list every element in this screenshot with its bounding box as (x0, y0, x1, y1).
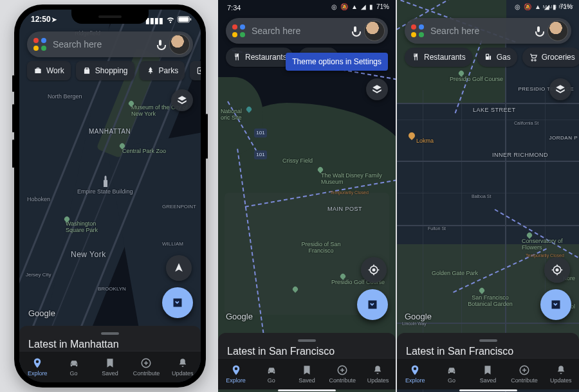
bottom-sheet[interactable]: Latest in San Francisco (397, 333, 579, 359)
tab-saved[interactable]: Saved (92, 352, 128, 382)
dnd-icon: 🔕 (524, 3, 531, 10)
tab-contribute[interactable]: Contribute (325, 359, 360, 389)
pin-icon (32, 357, 43, 369)
mic-icon[interactable] (349, 25, 361, 37)
tab-explore[interactable]: Explore (19, 352, 55, 382)
search-bar[interactable]: Search here (405, 18, 571, 44)
esb-icon (100, 168, 111, 187)
pin-icon (409, 364, 421, 376)
tab-go[interactable]: Go (434, 359, 470, 389)
my-location-button[interactable] (361, 257, 387, 283)
recenter-button[interactable] (166, 255, 192, 281)
map-label: Conservatory of Flowers (522, 238, 573, 251)
my-location-button[interactable] (544, 257, 570, 283)
chip-restaurants[interactable]: Restaurants (405, 48, 472, 67)
tab-saved[interactable]: Saved (470, 359, 506, 389)
chip-restaurants[interactable]: Restaurants (226, 48, 293, 67)
tab-updates[interactable]: Updates (360, 359, 396, 389)
home-indicator[interactable] (278, 389, 336, 391)
chip-parks[interactable]: Parks (140, 61, 185, 80)
chip-work[interactable]: Work (27, 61, 71, 80)
tab-explore[interactable]: Explore (218, 359, 253, 389)
mic-icon[interactable] (533, 25, 544, 37)
side-button (12, 75, 14, 92)
tab-go[interactable]: Go (253, 359, 289, 389)
bottom-sheet[interactable]: Latest in Manhattan (19, 326, 201, 352)
directions-button[interactable] (540, 289, 571, 320)
map-label: Temporarily Closed (330, 190, 369, 195)
avatar[interactable] (365, 21, 384, 40)
tab-label: Saved (299, 377, 315, 384)
map-label: Presidio of San Francisco (295, 241, 347, 254)
fork-knife-icon (411, 53, 420, 62)
chip-hospitals[interactable]: Hospit (190, 61, 201, 80)
tab-label: Updates (172, 370, 194, 377)
chip-label: Shopping (95, 66, 128, 75)
sheet-title: Latest in San Francisco (227, 346, 387, 357)
category-chips: Restaurants Gas Groceries Coffe (401, 48, 579, 68)
home-indicator[interactable] (459, 389, 517, 391)
bell-icon (372, 364, 383, 376)
chip-groceries[interactable]: Groceries (522, 48, 579, 67)
layers-button[interactable] (549, 78, 571, 100)
search-bar[interactable]: Search here (226, 18, 388, 44)
mic-icon[interactable] (154, 39, 166, 50)
bottom-nav: Explore Go Saved Contribute Updates (397, 358, 579, 389)
tab-label: Updates (367, 377, 389, 384)
iphone-frame: 12:50 ➤ ▮▮▮▮ (14, 4, 206, 388)
google-logo-icon (33, 38, 46, 51)
map-label: New York (71, 250, 106, 259)
chip-label: Parks (159, 66, 179, 75)
bottom-sheet[interactable]: Latest in San Francisco (218, 333, 396, 359)
avatar[interactable] (170, 35, 189, 54)
svg-rect-1 (179, 17, 189, 21)
avatar[interactable] (548, 21, 567, 40)
triptych-stage: 12:50 ➤ ▮▮▮▮ (0, 0, 579, 392)
sheet-title: Latest in Manhattan (28, 339, 192, 350)
bookmark-icon (482, 364, 493, 376)
layers-button[interactable] (366, 78, 388, 100)
drag-handle-icon[interactable] (101, 332, 119, 335)
chip-label: Work (46, 66, 64, 75)
android-screen-3: ◎ 🔕 ▲ ◢ ▮ 71% MAIN POST Presidio Golf Co… (397, 0, 579, 392)
tab-go[interactable]: Go (55, 352, 91, 382)
layers-button[interactable] (171, 89, 193, 111)
map-label: Lokma (416, 138, 434, 144)
cart-icon (529, 53, 538, 62)
tab-contribute[interactable]: Contribute (128, 352, 164, 382)
gas-pump-icon (484, 53, 493, 62)
tab-contribute[interactable]: Contribute (506, 359, 543, 389)
dnd-icon: 🔕 (340, 3, 348, 10)
battery-icon: ▮ (553, 3, 556, 10)
chip-gas[interactable]: Gas (477, 48, 517, 67)
tab-saved[interactable]: Saved (289, 359, 324, 389)
map-label: JORDAN P (549, 135, 578, 141)
map-label: MAIN POST (327, 206, 362, 212)
battery-percent: 71% (560, 3, 573, 10)
location-icon: ◎ (515, 3, 520, 10)
directions-button[interactable] (162, 287, 193, 318)
map-label: Hoboken (27, 196, 50, 202)
route-shield: 101 (254, 129, 267, 138)
chip-shopping[interactable]: Shopping (76, 61, 134, 80)
route-shield: 101 (254, 150, 267, 159)
android-status-bar: 7:34 ◎ 🔕 ▲ ◢ ▮ 71% (218, 0, 396, 15)
tab-updates[interactable]: Updates (165, 352, 201, 382)
drag-handle-icon[interactable] (479, 339, 497, 342)
side-button (12, 139, 14, 168)
google-logo-icon (232, 24, 245, 37)
wifi-icon (166, 15, 175, 26)
map-label: INNER RICHMOND (492, 152, 548, 158)
crosshair-icon (551, 263, 564, 276)
directions-button[interactable] (357, 289, 388, 320)
drag-handle-icon[interactable] (298, 339, 316, 342)
car-icon (446, 364, 457, 376)
search-bar[interactable]: Search here (27, 31, 193, 57)
map-label: Presidio Golf Course (450, 76, 503, 82)
tab-updates[interactable]: Updates (542, 359, 579, 389)
tooltip: Theme options in Settings (286, 53, 388, 71)
bottom-nav: Explore Go Saved Contribute Updates (19, 351, 201, 382)
map-label: GREENPOINT (162, 204, 196, 209)
side-button (12, 104, 14, 132)
tab-explore[interactable]: Explore (397, 359, 434, 389)
